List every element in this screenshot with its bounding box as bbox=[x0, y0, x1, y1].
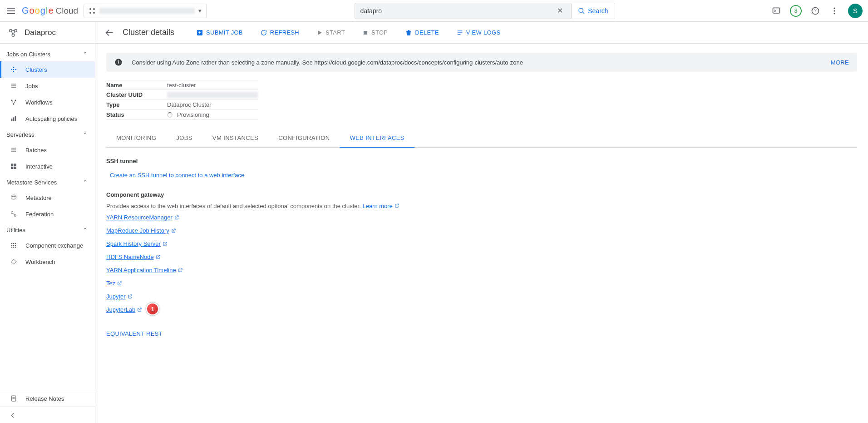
gateway-link-yarn-resourcemanager[interactable]: YARN ResourceManager bbox=[106, 214, 179, 221]
federation-icon bbox=[9, 209, 18, 219]
play-icon bbox=[316, 30, 323, 36]
sidebar-item-autoscaling-policies[interactable]: Autoscaling policies bbox=[0, 110, 95, 127]
section-jobs-on-clusters[interactable]: Jobs on Clusters⌃ bbox=[0, 46, 95, 61]
svg-point-0 bbox=[89, 8, 91, 10]
page-title: Cluster details bbox=[123, 28, 174, 37]
nav-menu-icon[interactable] bbox=[5, 5, 16, 16]
sidebar-item-release-notes[interactable]: Release Notes bbox=[0, 390, 95, 407]
gateway-link-jupyter[interactable]: Jupyter bbox=[106, 293, 133, 300]
svg-rect-33 bbox=[15, 116, 16, 121]
chevron-up-icon: ⌃ bbox=[83, 51, 88, 58]
gateway-link-hdfs-namenode[interactable]: HDFS NameNode bbox=[106, 254, 161, 260]
gateway-link-jupyterlab[interactable]: JupyterLab bbox=[106, 306, 142, 313]
account-avatar[interactable]: S bbox=[848, 4, 863, 18]
gateway-link-mapreduce-job-history[interactable]: MapReduce Job History bbox=[106, 227, 176, 234]
tab-jobs[interactable]: JOBS bbox=[166, 129, 202, 147]
start-button[interactable]: START bbox=[312, 26, 350, 39]
external-link-icon bbox=[178, 268, 183, 273]
search-box[interactable]: ✕ bbox=[355, 3, 572, 19]
sidebar-item-clusters[interactable]: Clusters bbox=[0, 61, 95, 78]
logs-icon bbox=[456, 29, 464, 36]
product-title[interactable]: Dataproc bbox=[0, 22, 95, 44]
svg-point-11 bbox=[833, 13, 835, 14]
svg-point-49 bbox=[13, 245, 15, 246]
external-link-icon bbox=[171, 228, 176, 233]
search-button[interactable]: Search bbox=[571, 3, 615, 19]
submit-job-button[interactable]: SUBMIT JOB bbox=[192, 26, 247, 39]
help-icon[interactable]: ? bbox=[810, 5, 821, 16]
sidebar-item-workbench[interactable]: Workbench bbox=[0, 254, 95, 270]
svg-line-29 bbox=[12, 101, 14, 103]
svg-rect-6 bbox=[773, 8, 780, 13]
page-header: Cluster details SUBMIT JOB REFRESH START… bbox=[95, 22, 868, 44]
list-icon bbox=[9, 145, 18, 154]
gateway-link-spark-history-server[interactable]: Spark History Server bbox=[106, 240, 168, 247]
svg-point-41 bbox=[11, 195, 16, 197]
tab-monitoring[interactable]: MONITORING bbox=[106, 129, 166, 147]
learn-more-link[interactable]: Learn more bbox=[362, 203, 399, 209]
sidebar-item-workflows[interactable]: Workflows bbox=[0, 94, 95, 110]
svg-line-44 bbox=[13, 213, 15, 215]
external-link-icon bbox=[395, 203, 399, 208]
stop-icon bbox=[362, 30, 369, 36]
more-options-icon[interactable] bbox=[829, 5, 840, 16]
gateway-link-yarn-application-timeline[interactable]: YARN Application Timeline bbox=[106, 267, 183, 274]
sidebar-item-metastore[interactable]: Metastore bbox=[0, 189, 95, 206]
svg-point-51 bbox=[11, 247, 13, 248]
stop-button[interactable]: STOP bbox=[358, 26, 392, 39]
project-selector[interactable]: ▾ bbox=[84, 4, 207, 18]
chevron-up-icon: ⌃ bbox=[83, 179, 88, 186]
svg-point-28 bbox=[13, 103, 14, 105]
trash-icon bbox=[405, 29, 412, 36]
svg-rect-38 bbox=[14, 164, 16, 166]
sidebar-item-federation[interactable]: Federation bbox=[0, 206, 95, 222]
svg-point-22 bbox=[13, 71, 15, 72]
gateway-link-tez[interactable]: Tez bbox=[106, 280, 122, 287]
section-serverless[interactable]: Serverless⌃ bbox=[0, 127, 95, 142]
cloud-shell-icon[interactable] bbox=[771, 5, 782, 16]
svg-point-26 bbox=[11, 100, 12, 101]
collapse-sidebar-button[interactable] bbox=[0, 407, 95, 423]
search-input[interactable] bbox=[360, 7, 555, 15]
view-logs-button[interactable]: VIEW LOGS bbox=[452, 26, 505, 39]
sidebar-item-interactive[interactable]: Interactive bbox=[0, 158, 95, 174]
doc-icon bbox=[9, 394, 18, 403]
svg-rect-32 bbox=[13, 117, 15, 121]
svg-point-19 bbox=[11, 69, 12, 70]
svg-point-21 bbox=[13, 67, 15, 68]
external-link-icon bbox=[128, 294, 133, 299]
svg-text:?: ? bbox=[814, 8, 817, 13]
content-area: Cluster details SUBMIT JOB REFRESH START… bbox=[95, 22, 868, 423]
info-icon: i bbox=[114, 58, 123, 66]
delete-button[interactable]: DELETE bbox=[400, 26, 443, 39]
svg-rect-60 bbox=[364, 30, 367, 34]
sidebar-item-component-exchange[interactable]: Component exchange bbox=[0, 237, 95, 254]
ssh-tunnel-link[interactable]: Create an SSH tunnel to connect to a web… bbox=[110, 172, 244, 179]
tab-vm-instances[interactable]: VM INSTANCES bbox=[202, 129, 268, 147]
svg-rect-40 bbox=[14, 167, 16, 169]
svg-point-47 bbox=[15, 243, 16, 244]
banner-more-button[interactable]: MORE bbox=[831, 59, 849, 66]
sidebar: Dataproc Jobs on Clusters⌃ Clusters Jobs… bbox=[0, 22, 95, 423]
tab-configuration[interactable]: CONFIGURATION bbox=[268, 129, 340, 147]
chevron-up-icon: ⌃ bbox=[83, 131, 88, 138]
chevron-left-icon bbox=[9, 412, 16, 419]
google-cloud-logo[interactable]: Google Cloud bbox=[22, 5, 78, 16]
annotation-marker-1: 1 bbox=[146, 303, 159, 315]
ssh-tunnel-heading: SSH tunnel bbox=[106, 158, 857, 164]
free-trial-badge[interactable]: 8 bbox=[790, 5, 802, 17]
svg-line-5 bbox=[582, 12, 584, 14]
section-metastore[interactable]: Metastore Services⌃ bbox=[0, 174, 95, 189]
external-link-icon bbox=[163, 241, 168, 246]
svg-text:i: i bbox=[118, 60, 119, 65]
search-clear-icon[interactable]: ✕ bbox=[554, 6, 566, 15]
tab-web-interfaces[interactable]: WEB INTERFACES bbox=[340, 129, 414, 148]
project-icon bbox=[89, 7, 96, 15]
sidebar-item-jobs[interactable]: Jobs bbox=[0, 78, 95, 94]
sidebar-item-batches[interactable]: Batches bbox=[0, 142, 95, 158]
back-arrow-icon[interactable] bbox=[104, 28, 114, 38]
refresh-button[interactable]: REFRESH bbox=[256, 26, 304, 39]
equivalent-rest-button[interactable]: EQUIVALENT REST bbox=[106, 330, 163, 337]
section-utilities[interactable]: Utilities⌃ bbox=[0, 222, 95, 237]
dataproc-icon bbox=[8, 28, 18, 38]
